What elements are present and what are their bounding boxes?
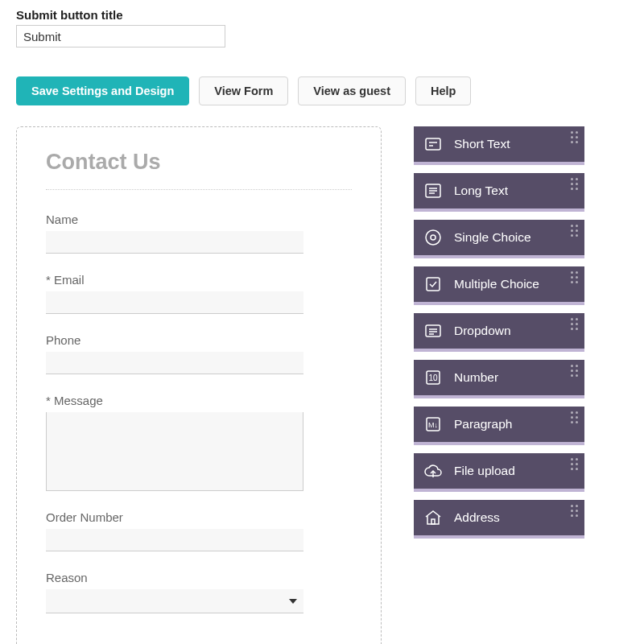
field-order-number[interactable]: Order Number bbox=[46, 510, 352, 551]
field-reason-select[interactable] bbox=[46, 589, 303, 613]
field-message-input[interactable] bbox=[46, 412, 303, 491]
field-reason-label: Reason bbox=[46, 571, 352, 584]
drag-handle-icon bbox=[571, 318, 578, 330]
field-phone[interactable]: Phone bbox=[46, 333, 352, 374]
svg-point-8 bbox=[431, 235, 436, 240]
house-icon bbox=[423, 508, 443, 527]
submit-title-input[interactable] bbox=[16, 25, 225, 47]
drag-handle-icon bbox=[571, 271, 578, 283]
field-order-number-input[interactable] bbox=[46, 529, 303, 551]
field-order-number-label: Order Number bbox=[46, 510, 352, 524]
palette-multiple-choice[interactable]: Multiple Choice bbox=[414, 266, 584, 302]
field-name-input[interactable] bbox=[46, 231, 303, 254]
radio-icon bbox=[423, 228, 443, 247]
help-button[interactable]: Help bbox=[415, 76, 471, 105]
palette-paragraph-label: Paragraph bbox=[454, 417, 512, 431]
svg-rect-0 bbox=[426, 138, 440, 150]
drag-handle-icon bbox=[571, 458, 578, 470]
palette-long-text[interactable]: Long Text bbox=[414, 173, 584, 208]
view-form-button[interactable]: View Form bbox=[199, 76, 288, 105]
palette-number[interactable]: 10 Number bbox=[414, 360, 584, 395]
palette-long-text-label: Long Text bbox=[454, 184, 508, 198]
save-settings-button[interactable]: Save Settings and Design bbox=[16, 76, 189, 105]
number-icon: 10 bbox=[423, 368, 443, 387]
chevron-down-icon bbox=[289, 599, 297, 604]
form-canvas[interactable]: Contact Us Name * Email Phone * Message … bbox=[16, 126, 382, 644]
long-text-icon bbox=[423, 181, 443, 200]
svg-rect-9 bbox=[427, 278, 440, 291]
palette-single-choice-label: Single Choice bbox=[454, 230, 531, 245]
palette-file-upload[interactable]: File upload bbox=[414, 453, 584, 489]
short-text-icon bbox=[423, 134, 443, 154]
drag-handle-icon bbox=[571, 225, 578, 237]
field-phone-input[interactable] bbox=[46, 352, 303, 374]
dropdown-icon bbox=[423, 321, 443, 341]
field-phone-label: Phone bbox=[46, 333, 352, 347]
palette-number-label: Number bbox=[454, 370, 498, 385]
drag-handle-icon bbox=[571, 411, 578, 423]
palette-dropdown-label: Dropdown bbox=[454, 324, 511, 338]
paragraph-icon: M↓ bbox=[423, 415, 443, 434]
drag-handle-icon bbox=[571, 365, 578, 377]
svg-rect-10 bbox=[426, 325, 440, 336]
cloud-upload-icon bbox=[423, 461, 443, 481]
view-as-guest-button[interactable]: View as guest bbox=[298, 76, 406, 105]
drag-handle-icon bbox=[571, 131, 578, 143]
submit-title-label: Submit button title bbox=[16, 8, 628, 22]
toolbar: Save Settings and Design View Form View … bbox=[16, 76, 628, 105]
field-name[interactable]: Name bbox=[46, 213, 352, 254]
field-email-label: * Email bbox=[46, 273, 352, 287]
palette-single-choice[interactable]: Single Choice bbox=[414, 220, 584, 255]
palette-paragraph[interactable]: M↓ Paragraph bbox=[414, 407, 584, 442]
svg-rect-19 bbox=[431, 519, 435, 524]
palette-file-upload-label: File upload bbox=[454, 464, 515, 478]
field-reason[interactable]: Reason bbox=[46, 571, 352, 613]
palette-multiple-choice-label: Multiple Choice bbox=[454, 277, 539, 291]
content-row: Contact Us Name * Email Phone * Message … bbox=[16, 126, 628, 644]
field-email[interactable]: * Email bbox=[46, 273, 352, 314]
field-name-label: Name bbox=[46, 213, 352, 226]
palette-address-label: Address bbox=[454, 510, 500, 525]
form-title: Contact Us bbox=[46, 150, 352, 190]
field-palette: Short Text Long Text Single Choice Multi… bbox=[414, 126, 584, 644]
svg-text:M↓: M↓ bbox=[428, 421, 438, 429]
svg-point-7 bbox=[426, 230, 440, 245]
field-email-input[interactable] bbox=[46, 291, 303, 314]
palette-dropdown[interactable]: Dropdown bbox=[414, 313, 584, 349]
checkbox-icon bbox=[423, 275, 443, 294]
svg-text:10: 10 bbox=[428, 374, 438, 382]
palette-short-text[interactable]: Short Text bbox=[414, 126, 584, 162]
field-message[interactable]: * Message bbox=[46, 394, 352, 491]
field-message-label: * Message bbox=[46, 394, 352, 407]
palette-short-text-label: Short Text bbox=[454, 137, 510, 151]
drag-handle-icon bbox=[571, 178, 578, 190]
palette-address[interactable]: Address bbox=[414, 500, 584, 535]
drag-handle-icon bbox=[571, 505, 578, 517]
